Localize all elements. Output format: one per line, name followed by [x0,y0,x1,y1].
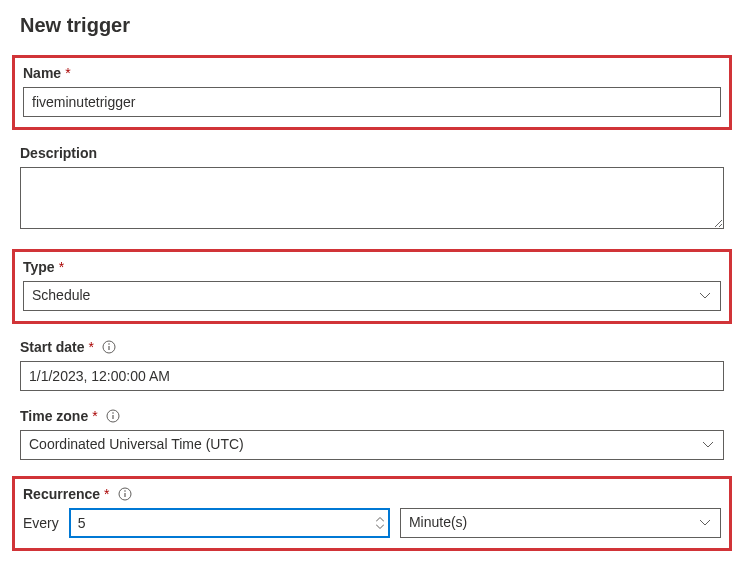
time-zone-label: Time zone * [20,408,120,424]
description-label-text: Description [20,145,97,161]
time-zone-label-text: Time zone [20,408,88,424]
svg-rect-5 [112,415,113,419]
required-asterisk: * [104,486,109,502]
recurrence-label: Recurrence * [23,486,132,502]
start-date-label: Start date * [20,339,116,355]
info-icon[interactable] [102,340,116,354]
time-zone-select[interactable]: Coordinated Universal Time (UTC) [20,430,724,460]
start-date-label-text: Start date [20,339,85,355]
type-highlight-box: Type * Schedule [12,249,732,324]
recurrence-every-label: Every [23,515,59,531]
start-date-field: Start date * [20,338,724,391]
spinner-up-icon[interactable] [376,517,384,523]
svg-point-1 [108,343,110,345]
description-field: Description [20,144,724,233]
recurrence-label-text: Recurrence [23,486,100,502]
name-label: Name * [23,65,71,81]
name-label-text: Name [23,65,61,81]
required-asterisk: * [59,259,64,275]
recurrence-interval-input[interactable] [69,508,390,538]
recurrence-unit-select[interactable]: Minute(s) [400,508,721,538]
required-asterisk: * [92,408,97,424]
svg-rect-8 [124,493,125,497]
name-input[interactable] [23,87,721,117]
start-date-input[interactable] [20,361,724,391]
svg-point-7 [124,490,126,492]
page-title: New trigger [20,14,724,37]
description-input[interactable] [20,167,724,229]
description-label: Description [20,145,97,161]
svg-point-4 [112,412,114,414]
spinner-down-icon[interactable] [376,524,384,530]
svg-rect-2 [108,346,109,350]
recurrence-row: Every Minute(s) [23,508,721,538]
required-asterisk: * [65,65,70,81]
recurrence-highlight-box: Recurrence * Every Minute(s) [12,476,732,551]
name-highlight-box: Name * [12,55,732,130]
type-select[interactable]: Schedule [23,281,721,311]
type-label: Type * [23,259,64,275]
number-spinner[interactable] [376,517,384,530]
time-zone-field: Time zone * Coordinated Universal Time (… [20,407,724,460]
type-label-text: Type [23,259,55,275]
required-asterisk: * [89,339,94,355]
info-icon[interactable] [118,487,132,501]
info-icon[interactable] [106,409,120,423]
